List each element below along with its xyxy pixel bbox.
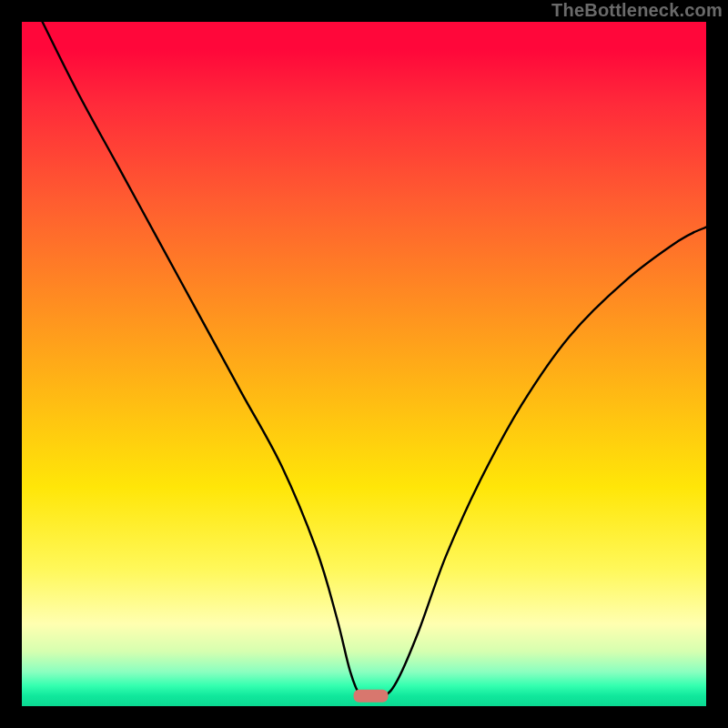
bottleneck-curve [43,22,706,698]
watermark-text: TheBottleneck.com [551,0,723,21]
curve-layer [22,22,706,706]
plot-area [22,22,706,706]
minimum-marker [354,690,389,703]
chart-frame: TheBottleneck.com [0,0,728,728]
